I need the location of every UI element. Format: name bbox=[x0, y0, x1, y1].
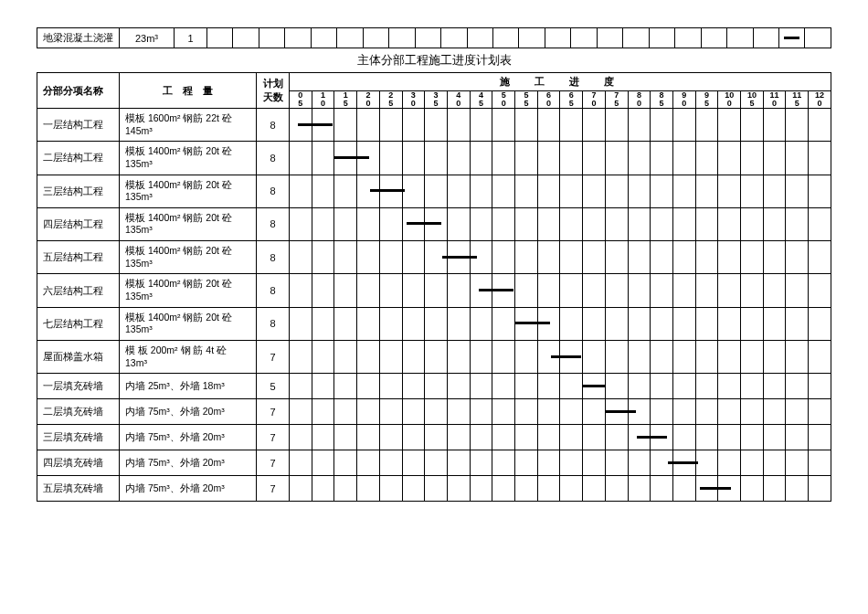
tick: 95 bbox=[695, 91, 718, 109]
sched-cell bbox=[515, 142, 538, 175]
top-label: 地梁混凝土浇灌 bbox=[37, 28, 120, 48]
sched-cell bbox=[560, 109, 583, 142]
sched-cell bbox=[809, 307, 831, 340]
sched-cell bbox=[672, 142, 695, 175]
tick: 115 bbox=[786, 91, 809, 109]
top-qty: 23m³ bbox=[120, 28, 175, 48]
sched-cell bbox=[492, 399, 515, 425]
table-row: 屋面梯盖水箱模 板 200m² 钢 筋 4t 砼 13m³7 bbox=[37, 340, 831, 373]
sched-cell bbox=[718, 307, 741, 340]
sched-cell bbox=[515, 425, 538, 450]
tick: 120 bbox=[809, 91, 831, 109]
sched-cell bbox=[290, 450, 312, 476]
sched-cell bbox=[447, 274, 470, 307]
row-name: 屋面梯盖水箱 bbox=[37, 340, 120, 373]
sched-cell bbox=[492, 274, 515, 307]
sched-cell bbox=[515, 374, 538, 399]
top-sched-cell bbox=[701, 28, 726, 48]
table-row: 六层结构工程模板 1400m² 钢筋 20t 砼 135m³8 bbox=[37, 274, 831, 307]
row-name: 四层结构工程 bbox=[37, 207, 120, 240]
sched-cell bbox=[537, 340, 560, 373]
sched-cell bbox=[312, 450, 334, 476]
sched-cell bbox=[334, 374, 357, 399]
sched-cell bbox=[583, 340, 606, 373]
sched-cell bbox=[695, 241, 718, 274]
sched-cell bbox=[312, 374, 334, 399]
sched-cell bbox=[718, 109, 741, 142]
sched-cell bbox=[357, 274, 380, 307]
sched-cell bbox=[334, 109, 357, 142]
sched-cell bbox=[492, 374, 515, 399]
sched-cell bbox=[425, 476, 448, 502]
top-sched-cell bbox=[597, 28, 622, 48]
sched-cell bbox=[447, 307, 470, 340]
sched-cell bbox=[492, 450, 515, 476]
sched-cell bbox=[357, 307, 380, 340]
sched-cell bbox=[672, 109, 695, 142]
sched-cell bbox=[447, 142, 470, 175]
table-row: 二层结构工程模板 1400m² 钢筋 20t 砼 135m³8 bbox=[37, 142, 831, 175]
sched-cell bbox=[763, 307, 786, 340]
sched-cell bbox=[560, 207, 583, 240]
table-caption: 主体分部工程施工进度计划表 bbox=[37, 48, 831, 72]
sched-cell bbox=[537, 175, 560, 207]
sched-cell bbox=[741, 340, 764, 373]
sched-cell bbox=[402, 425, 425, 450]
sched-cell bbox=[425, 307, 448, 340]
sched-cell bbox=[763, 274, 786, 307]
table-row: 三层结构工程模板 1400m² 钢筋 20t 砼 135m³8 bbox=[37, 175, 831, 207]
sched-cell bbox=[470, 450, 492, 476]
sched-cell bbox=[290, 476, 312, 502]
sched-cell bbox=[651, 450, 673, 476]
sched-cell bbox=[470, 307, 492, 340]
sched-cell bbox=[605, 175, 628, 207]
sched-cell bbox=[402, 175, 425, 207]
sched-cell bbox=[560, 450, 583, 476]
sched-cell bbox=[651, 425, 673, 450]
sched-cell bbox=[290, 374, 312, 399]
sched-cell bbox=[628, 399, 651, 425]
sched-cell bbox=[741, 175, 764, 207]
sched-cell bbox=[583, 476, 606, 502]
sched-cell bbox=[786, 425, 809, 450]
sched-cell bbox=[605, 207, 628, 240]
sched-cell bbox=[651, 374, 673, 399]
tick: 70 bbox=[583, 91, 606, 109]
sched-cell bbox=[718, 175, 741, 207]
sched-cell bbox=[695, 307, 718, 340]
sched-cell bbox=[583, 207, 606, 240]
sched-cell bbox=[470, 476, 492, 502]
sched-cell bbox=[492, 175, 515, 207]
sched-cell bbox=[560, 142, 583, 175]
sched-cell bbox=[402, 109, 425, 142]
sched-cell bbox=[605, 399, 628, 425]
sched-cell bbox=[312, 476, 334, 502]
sched-cell bbox=[402, 450, 425, 476]
sched-cell bbox=[290, 399, 312, 425]
top-sched-cell bbox=[571, 28, 597, 48]
row-days: 8 bbox=[257, 109, 290, 142]
top-sched-cell bbox=[753, 28, 778, 48]
sched-cell bbox=[515, 340, 538, 373]
sched-cell bbox=[357, 241, 380, 274]
sched-cell bbox=[672, 274, 695, 307]
sched-cell bbox=[290, 109, 312, 142]
sched-cell bbox=[334, 340, 357, 373]
sched-cell bbox=[583, 425, 606, 450]
row-days: 7 bbox=[257, 476, 290, 502]
sched-cell bbox=[672, 374, 695, 399]
row-qty: 模板 1400m² 钢筋 20t 砼 135m³ bbox=[120, 307, 257, 340]
sched-cell bbox=[537, 425, 560, 450]
top-sched-cell bbox=[727, 28, 753, 48]
sched-cell bbox=[402, 340, 425, 373]
sched-cell bbox=[492, 142, 515, 175]
sched-cell bbox=[312, 274, 334, 307]
sched-cell bbox=[560, 476, 583, 502]
header-row-1: 分部分项名称 工 程 量 计划天数 施 工 进 度 bbox=[37, 73, 831, 91]
tick: 65 bbox=[560, 91, 583, 109]
row-qty: 内墙 25m³、外墙 18m³ bbox=[120, 374, 257, 399]
tick: 60 bbox=[537, 91, 560, 109]
sched-cell bbox=[672, 207, 695, 240]
sched-cell bbox=[537, 476, 560, 502]
table-row: 七层结构工程模板 1400m² 钢筋 20t 砼 135m³8 bbox=[37, 307, 831, 340]
